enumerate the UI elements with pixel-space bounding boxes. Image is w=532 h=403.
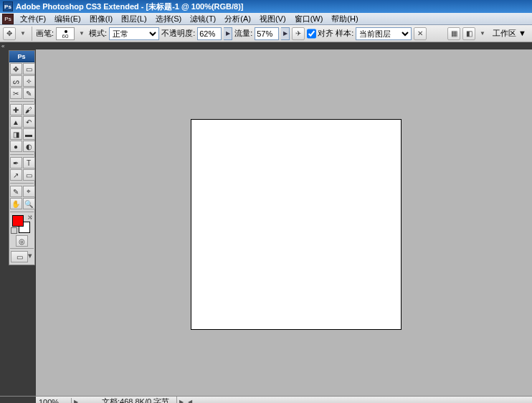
gradient-tool[interactable]: ▬ <box>23 128 35 140</box>
menu-help[interactable]: 帮助(H) <box>327 13 362 25</box>
toolbox: Ps ✥ ▭ ᔕ ✧ ✂ ✎ ✚ 🖌 ▲ ↶ ◨ ▬ ● ◐ <box>9 50 35 265</box>
mode-select[interactable]: 正常 <box>109 27 159 40</box>
screenmode-row: ▭ ▾ <box>9 251 34 262</box>
aligned-check[interactable] <box>307 27 316 40</box>
sample-select[interactable]: 当前图层 <box>356 27 412 40</box>
document-canvas[interactable] <box>191 119 402 330</box>
window-title: Adobe Photoshop CS3 Extended - [未标题-1 @ … <box>16 1 244 12</box>
palette-dock[interactable] <box>0 49 7 396</box>
doc-info[interactable]: 文档:468.8K/0 字节 <box>80 397 177 403</box>
brush-dropdown[interactable]: ▼ <box>77 29 87 39</box>
dodge-tool[interactable]: ◐ <box>23 141 35 152</box>
quickmask-row: ◎ <box>9 235 34 247</box>
marquee-tool[interactable]: ▭ <box>23 63 35 75</box>
sample-label: 样本: <box>336 28 353 39</box>
divider <box>10 183 34 184</box>
ps-menu-icon[interactable]: Ps <box>2 14 14 24</box>
options-bar: ✥ ▼ 画笔: 60 ▼ 模式: 正常 不透明度: ▶ 流量: ▶ ✈ 对齐 样… <box>0 25 532 42</box>
eraser-tool[interactable]: ◨ <box>10 128 22 140</box>
brush-label: 画笔: <box>36 28 54 39</box>
panel-collapse-tab[interactable]: « <box>0 42 532 49</box>
notes-tool[interactable]: ✎ <box>10 186 22 197</box>
move-tool[interactable]: ✥ <box>10 63 22 75</box>
hand-tool[interactable]: ✋ <box>10 198 22 209</box>
screenmode-dropdown[interactable]: ▾ <box>28 251 32 262</box>
default-colors-icon[interactable] <box>11 227 17 234</box>
heal-tool[interactable]: ✚ <box>10 104 22 115</box>
aligned-label: 对齐 <box>318 28 333 39</box>
lasso-tool[interactable]: ᔕ <box>10 75 22 87</box>
brush-size: 60 <box>62 33 69 39</box>
color-swatches: ⤭ <box>11 214 33 234</box>
menu-select[interactable]: 选择(S) <box>151 13 186 25</box>
scroll-left-icon[interactable]: ◀ <box>186 399 194 403</box>
flow-arrow[interactable]: ▶ <box>281 27 290 40</box>
crop-tool[interactable]: ✂ <box>10 87 22 99</box>
divider <box>10 154 34 155</box>
pen-tool[interactable]: ✒ <box>10 157 22 169</box>
menu-image[interactable]: 图像(I) <box>85 13 117 25</box>
ps-logo-icon: Ps <box>3 1 13 11</box>
separator <box>32 27 32 41</box>
zoom-tool[interactable]: 🔍 <box>23 198 35 209</box>
brush-tool[interactable]: 🖌 <box>23 104 35 115</box>
menu-analysis[interactable]: 分析(A) <box>220 13 255 25</box>
tool-preset-dropdown[interactable]: ▼ <box>18 29 28 39</box>
mode-label: 模式: <box>89 28 107 39</box>
doc-arrow-icon[interactable]: ▶ <box>177 399 186 403</box>
airbrush-icon[interactable]: ✈ <box>292 27 305 40</box>
screenmode-button[interactable]: ▭ <box>11 251 28 262</box>
history-brush-tool[interactable]: ↶ <box>23 116 35 128</box>
tool-grid-4: ✎ ⌖ ✋ 🔍 <box>9 185 34 210</box>
file-browser-icon[interactable]: ▦ <box>447 27 460 40</box>
zoom-arrow-icon[interactable]: ▶ <box>72 399 80 403</box>
tool-column: Ps ✥ ▭ ᔕ ✧ ✂ ✎ ✚ 🖌 ▲ ↶ ◨ ▬ ● ◐ <box>7 49 36 396</box>
menu-layer[interactable]: 图层(L) <box>117 13 151 25</box>
opacity-input[interactable] <box>197 27 222 40</box>
stamp-tool[interactable]: ▲ <box>10 116 22 128</box>
tool-grid-2: ✚ 🖌 ▲ ↶ ◨ ▬ ● ◐ <box>9 103 34 153</box>
menu-window[interactable]: 窗口(W) <box>290 13 328 25</box>
ignore-adjust-icon[interactable]: ✕ <box>414 27 427 40</box>
brush-picker[interactable]: 60 <box>56 27 75 40</box>
workspace: Ps ✥ ▭ ᔕ ✧ ✂ ✎ ✚ 🖌 ▲ ↶ ◨ ▬ ● ◐ <box>0 49 532 396</box>
menu-filter[interactable]: 滤镜(T) <box>186 13 220 25</box>
menu-file[interactable]: 文件(F) <box>16 13 50 25</box>
workspace-label[interactable]: 工作区 ▼ <box>490 28 529 39</box>
swap-colors-icon[interactable]: ⤭ <box>27 214 33 221</box>
divider <box>10 248 34 249</box>
type-tool[interactable]: T <box>23 157 35 169</box>
opacity-label: 不透明度: <box>161 28 195 39</box>
zoom-level[interactable]: 100% <box>36 398 72 404</box>
toolbox-header-icon[interactable]: Ps <box>9 51 34 62</box>
blur-tool[interactable]: ● <box>10 141 22 152</box>
menu-bar: Ps 文件(F) 编辑(E) 图像(I) 图层(L) 选择(S) 滤镜(T) 分… <box>0 13 532 25</box>
bridge-dropdown[interactable]: ▼ <box>478 29 488 39</box>
quickmask-toggle[interactable]: ◎ <box>16 235 28 247</box>
flow-input[interactable] <box>255 27 279 40</box>
slice-tool[interactable]: ✎ <box>23 87 35 99</box>
status-bar: 100% ▶ 文档:468.8K/0 字节 ▶ ◀ <box>0 396 532 403</box>
flow-label: 流量: <box>234 28 252 39</box>
divider <box>10 212 34 212</box>
bridge-icon[interactable]: ◧ <box>462 27 475 40</box>
tool-grid: ✥ ▭ ᔕ ✧ ✂ ✎ <box>9 62 34 100</box>
tool-preset-icon[interactable]: ✥ <box>3 27 16 40</box>
title-bar: Ps Adobe Photoshop CS3 Extended - [未标题-1… <box>0 0 532 13</box>
aligned-checkbox[interactable]: 对齐 <box>307 27 333 40</box>
eyedropper-tool[interactable]: ⌖ <box>23 186 35 197</box>
menu-edit[interactable]: 编辑(E) <box>50 13 85 25</box>
shape-tool[interactable]: ▭ <box>23 169 35 181</box>
foreground-swatch[interactable] <box>12 215 24 227</box>
path-select-tool[interactable]: ↗ <box>10 169 22 181</box>
divider <box>10 101 34 102</box>
opacity-arrow[interactable]: ▶ <box>224 27 232 40</box>
tool-grid-3: ✒ T ↗ ▭ <box>9 156 34 181</box>
wand-tool[interactable]: ✧ <box>23 75 35 87</box>
menu-view[interactable]: 视图(V) <box>255 13 290 25</box>
canvas-area[interactable] <box>36 49 532 396</box>
